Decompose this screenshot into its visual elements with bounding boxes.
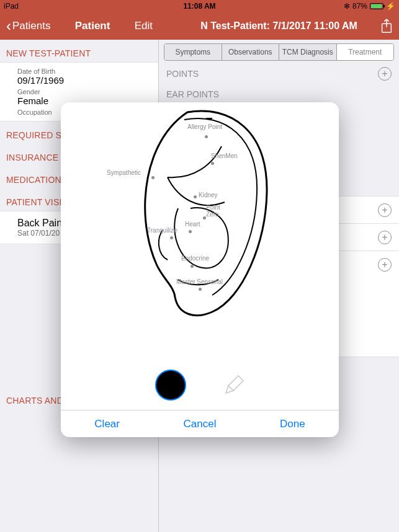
pt-kidney-dot[interactable] xyxy=(194,195,197,198)
dob-value: 09/17/1969 xyxy=(17,75,152,86)
add-points-button[interactable]: + xyxy=(378,67,392,81)
done-button[interactable]: Done xyxy=(246,410,339,437)
segmented-control: Symptoms Observations TCM Diagnosis Trea… xyxy=(164,43,394,61)
pt-heart-label: Heart xyxy=(185,221,200,228)
patient-name-header: NEW TEST-PATIENT xyxy=(0,40,158,62)
right-navbar: N Test-Patient: 7/1/2017 11:00 AM xyxy=(159,12,399,40)
pt-master-label: Master Sensorial xyxy=(176,278,223,285)
clear-button[interactable]: Clear xyxy=(61,410,153,437)
back-label: Patients xyxy=(12,20,50,32)
pt-endocrine-label: Endocrine xyxy=(181,255,209,262)
add-row-button-3[interactable]: + xyxy=(378,258,392,272)
pt-master-dot[interactable] xyxy=(199,288,202,291)
add-row-button-1[interactable]: + xyxy=(378,203,392,217)
pt-tranquilize-label: Tranquilize xyxy=(147,227,177,234)
pt-sympathetic-label: Sympathetic xyxy=(107,169,141,176)
cancel-button[interactable]: Cancel xyxy=(153,410,246,437)
pt-pointzero-label: Point Zero xyxy=(206,204,220,218)
share-icon[interactable] xyxy=(380,19,393,33)
tab-treatment[interactable]: Treatment xyxy=(337,44,394,60)
right-nav-title: N Test-Patient: 7/1/2017 11:00 AM xyxy=(200,20,357,32)
pt-endocrine-dot[interactable] xyxy=(191,265,194,268)
tab-symptoms[interactable]: Symptoms xyxy=(164,44,222,60)
points-header: POINTS xyxy=(166,69,199,79)
pt-tranquilize-dot[interactable] xyxy=(170,236,173,239)
gender-label: Gender xyxy=(17,88,152,95)
tab-observations[interactable]: Observations xyxy=(222,44,280,60)
pt-shenmen-label: ShenMen xyxy=(211,153,238,159)
chevron-left-icon: ‹ xyxy=(6,19,11,33)
edit-button[interactable]: Edit xyxy=(135,20,153,32)
tab-tcm-diagnosis[interactable]: TCM Diagnosis xyxy=(279,44,337,60)
pt-heart-dot[interactable] xyxy=(189,230,192,233)
battery-icon xyxy=(370,3,383,9)
dob-label: Date of Birth xyxy=(17,68,152,75)
ear-points-header: EAR POINTS xyxy=(166,89,219,99)
ear-diagram-canvas[interactable]: Allergy Point ShenMen Sympathetic Kidney… xyxy=(61,102,339,360)
back-button[interactable]: ‹ Patients xyxy=(6,19,50,33)
pt-pointzero-dot[interactable] xyxy=(203,216,206,219)
pt-kidney-label: Kidney xyxy=(199,192,218,198)
charging-icon: ⚡ xyxy=(386,2,395,11)
pencil-tool[interactable] xyxy=(223,375,244,396)
add-row-button-2[interactable]: + xyxy=(378,231,392,244)
pt-allergy-label: Allergy Point xyxy=(187,123,222,130)
ear-points-modal: Allergy Point ShenMen Sympathetic Kidney… xyxy=(61,102,339,437)
status-bar: iPad 11:08 AM ✻ 87% ⚡ xyxy=(0,0,399,12)
left-navbar: ‹ Patients Patient Edit xyxy=(0,12,159,40)
pt-allergy-dot[interactable] xyxy=(205,135,208,138)
pt-shenmen-dot[interactable] xyxy=(211,162,214,165)
left-nav-title: Patient xyxy=(75,20,110,32)
dot-tool[interactable] xyxy=(155,370,186,401)
bluetooth-icon: ✻ xyxy=(344,2,350,11)
pt-sympathetic-dot[interactable] xyxy=(151,176,155,179)
device-label: iPad xyxy=(4,2,19,11)
battery-pct: 87% xyxy=(352,2,367,11)
clock: 11:08 AM xyxy=(183,2,215,11)
